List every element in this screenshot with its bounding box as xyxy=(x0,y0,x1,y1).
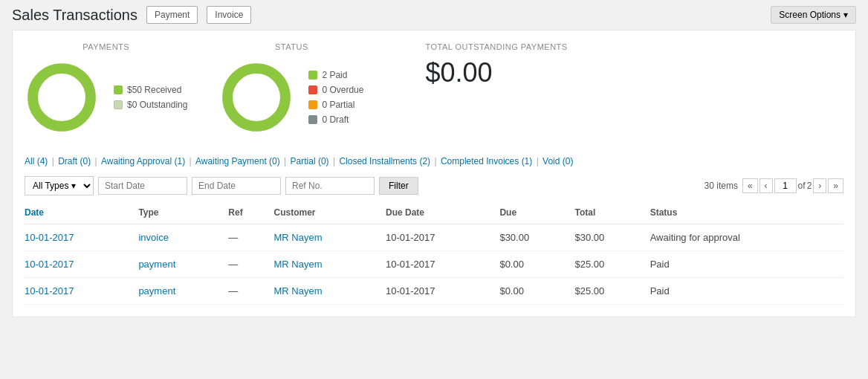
start-date-input[interactable] xyxy=(98,177,187,195)
tab-payment[interactable]: Payment xyxy=(146,6,198,24)
content-area: PAYMENTS $50 Received xyxy=(12,30,856,317)
cell-ref-2: — xyxy=(228,277,273,304)
next-page-button[interactable]: › xyxy=(813,178,826,193)
cell-customer-2: MR Nayem xyxy=(274,277,386,304)
payments-chart: PAYMENTS $50 Received xyxy=(25,42,187,135)
col-total: Total xyxy=(575,201,650,224)
filter-link-all[interactable]: All (4) xyxy=(25,156,48,166)
transactions-table: Date Type Ref Customer Due Date Due Tota… xyxy=(25,201,843,305)
cell-due-2: $0.00 xyxy=(499,277,574,304)
legend-item-partial: 0 Partial xyxy=(308,100,363,110)
legend-color-outstanding xyxy=(114,100,123,109)
total-outstanding-label: TOTAL OUTSTANDING PAYMENTS xyxy=(425,42,567,51)
top-bar: Sales Transactions Payment Invoice Scree… xyxy=(0,0,868,30)
cell-customer-0: MR Nayem xyxy=(274,224,386,250)
screen-options-label: Screen Options xyxy=(779,10,841,20)
legend-color-paid xyxy=(308,71,317,80)
ref-input[interactable] xyxy=(285,177,375,195)
legend-color-received xyxy=(114,85,123,94)
filter-links: All (4) | Draft (0) | Awaiting Approval … xyxy=(25,154,843,170)
cell-status-1: Paid xyxy=(650,250,843,277)
legend-item-paid: 2 Paid xyxy=(308,70,363,80)
end-date-input[interactable] xyxy=(192,177,281,195)
filter-link-awaiting-payment[interactable]: Awaiting Payment (0) xyxy=(195,156,280,166)
table-row: 10-01-2017 payment — MR Nayem 10-01-2017… xyxy=(25,277,843,304)
table-row: 10-01-2017 invoice — MR Nayem 10-01-2017… xyxy=(25,224,843,250)
customer-link-2[interactable]: MR Nayem xyxy=(274,285,323,297)
legend-color-overdue xyxy=(308,85,317,94)
filter-link-closed-installments[interactable]: Closed Installments (2) xyxy=(339,156,430,166)
total-outstanding-block: TOTAL OUTSTANDING PAYMENTS $0.00 xyxy=(425,42,567,88)
tab-invoice[interactable]: Invoice xyxy=(207,6,251,24)
filter-bar: All (4) | Draft (0) | Awaiting Approval … xyxy=(25,154,843,305)
chevron-down-icon: ▾ xyxy=(843,10,848,20)
page-of: of xyxy=(798,181,806,191)
first-page-button[interactable]: « xyxy=(742,178,758,193)
type-link-2[interactable]: payment xyxy=(138,285,175,297)
cell-total-0: $30.00 xyxy=(575,224,650,250)
status-chart: STATUS 2 Paid 0 Overdue xyxy=(217,42,366,135)
payments-label: PAYMENTS xyxy=(82,42,129,51)
type-link-1[interactable]: payment xyxy=(138,259,175,270)
sep6: | xyxy=(432,156,439,166)
screen-options-button[interactable]: Screen Options ▾ xyxy=(771,6,856,24)
col-type: Type xyxy=(138,201,228,224)
sort-date[interactable]: Date xyxy=(25,207,44,218)
filter-link-partial[interactable]: Partial (0) xyxy=(291,156,329,166)
sep7: | xyxy=(534,156,541,166)
page-wrap: Sales Transactions Payment Invoice Scree… xyxy=(0,0,868,379)
cell-date-0: 10-01-2017 xyxy=(25,224,138,250)
cell-status-0: Awaiting for approval xyxy=(650,224,843,250)
table-row: 10-01-2017 payment — MR Nayem 10-01-2017… xyxy=(25,250,843,277)
filter-link-completed-invoices[interactable]: Completed Invoices (1) xyxy=(441,156,532,166)
cell-due-date-1: 10-01-2017 xyxy=(386,250,499,277)
legend-color-draft xyxy=(308,115,317,124)
cell-due-date-0: 10-01-2017 xyxy=(386,224,499,250)
customer-link-0[interactable]: MR Nayem xyxy=(274,232,323,243)
type-link-0[interactable]: invoice xyxy=(138,232,168,243)
payments-legend: $50 Received $0 Outstanding xyxy=(114,85,187,110)
cell-type-2: payment xyxy=(138,277,228,304)
cell-total-1: $25.00 xyxy=(575,250,650,277)
date-link-0[interactable]: 10-01-2017 xyxy=(25,232,74,243)
cell-customer-1: MR Nayem xyxy=(274,250,386,277)
pagination: « ‹ of 2 › » xyxy=(742,178,843,193)
svg-point-2 xyxy=(41,77,82,118)
filter-row: All Types ▾ Invoice Payment Filter 30 it… xyxy=(25,176,843,195)
status-legend: 2 Paid 0 Overdue 0 Partial 0 Draft xyxy=(308,70,363,125)
date-link-2[interactable]: 10-01-2017 xyxy=(25,285,74,297)
legend-item-outstanding: $0 Outstanding xyxy=(114,100,187,110)
sep5: | xyxy=(331,156,338,166)
legend-label-outstanding: $0 Outstanding xyxy=(127,100,187,110)
type-select[interactable]: All Types ▾ Invoice Payment xyxy=(25,176,94,195)
table-header-row: Date Type Ref Customer Due Date Due Tota… xyxy=(25,201,843,224)
sep1: | xyxy=(49,156,56,166)
cell-total-2: $25.00 xyxy=(575,277,650,304)
filter-link-void[interactable]: Void (0) xyxy=(542,156,573,166)
page-title-wrap: Sales Transactions Payment Invoice xyxy=(12,6,251,24)
total-pages: 2 xyxy=(807,181,812,191)
filter-button[interactable]: Filter xyxy=(379,177,418,195)
prev-page-button[interactable]: ‹ xyxy=(760,178,773,193)
last-page-button[interactable]: » xyxy=(828,178,843,193)
legend-item-draft: 0 Draft xyxy=(308,114,363,125)
col-ref: Ref xyxy=(228,201,273,224)
date-link-1[interactable]: 10-01-2017 xyxy=(25,259,74,270)
filter-link-awaiting-approval[interactable]: Awaiting Approval (1) xyxy=(101,156,185,166)
payments-donut-wrap: $50 Received $0 Outstanding xyxy=(25,60,187,135)
cell-status-2: Paid xyxy=(650,277,843,304)
cell-due-0: $30.00 xyxy=(499,224,574,250)
legend-label-paid: 2 Paid xyxy=(322,70,347,80)
status-donut-wrap: 2 Paid 0 Overdue 0 Partial 0 Draft xyxy=(219,60,363,135)
page-input[interactable] xyxy=(774,178,797,193)
total-outstanding-amount: $0.00 xyxy=(425,57,567,88)
filter-link-draft[interactable]: Draft (0) xyxy=(58,156,91,166)
svg-point-4 xyxy=(236,77,278,118)
customer-link-1[interactable]: MR Nayem xyxy=(274,259,323,270)
col-status: Status xyxy=(650,201,843,224)
cell-type-0: invoice xyxy=(138,224,228,250)
legend-color-partial xyxy=(308,100,317,109)
sep4: | xyxy=(282,156,289,166)
col-customer: Customer xyxy=(274,201,386,224)
legend-label-partial: 0 Partial xyxy=(322,100,354,110)
